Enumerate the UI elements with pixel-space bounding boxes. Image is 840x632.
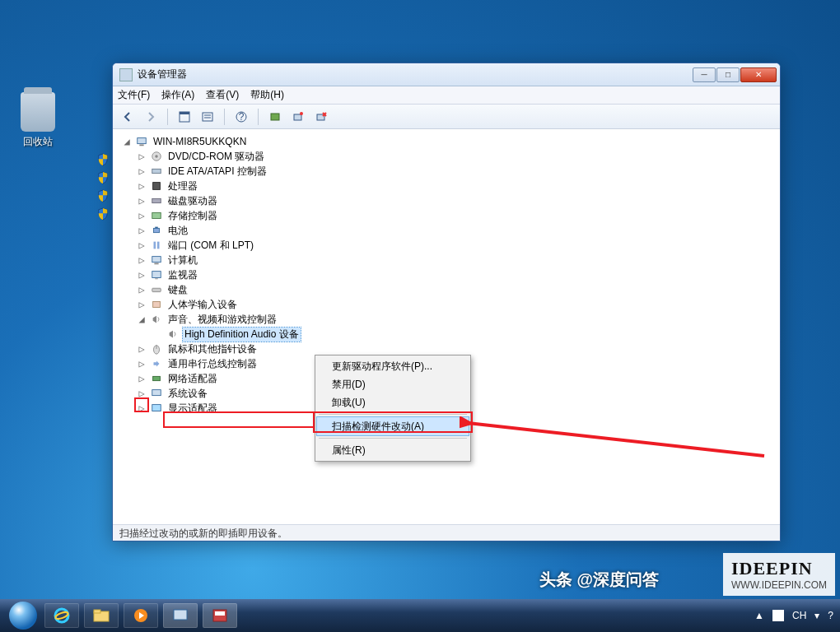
ime-help-icon[interactable]: ?	[828, 610, 833, 621]
ctx-update-driver[interactable]: 更新驱动程序软件(P)...	[317, 357, 469, 375]
titlebar[interactable]: 设备管理器 ─ □ ✕	[113, 63, 780, 86]
taskbar-app2[interactable]	[203, 603, 237, 628]
tb-help-icon[interactable]: ?	[231, 107, 251, 127]
ctx-properties[interactable]: 属性(R)	[317, 441, 469, 459]
expand-icon[interactable]: ▷	[137, 254, 147, 266]
tree-category[interactable]: ▷电池	[114, 223, 779, 238]
svg-rect-25	[152, 257, 161, 263]
category-icon	[150, 224, 163, 237]
ctx-uninstall[interactable]: 卸载(U)	[317, 393, 469, 411]
tree-root[interactable]: ◢ WIN-MI8R5UKKQKN	[114, 134, 779, 149]
close-button[interactable]: ✕	[740, 67, 777, 82]
tree-category[interactable]: ▷存储控制器	[114, 208, 779, 223]
menu-file[interactable]: 文件(F)	[118, 88, 150, 102]
svg-point-16	[155, 155, 158, 158]
ime-options-icon[interactable]: ▾	[814, 610, 819, 621]
svg-line-37	[468, 423, 764, 456]
expand-icon[interactable]: ▷	[137, 151, 147, 162]
expand-icon[interactable]: ▷	[137, 165, 147, 177]
expand-icon[interactable]: ▷	[137, 358, 147, 369]
context-menu: 更新驱动程序软件(P)... 禁用(D) 卸载(U) 扫描检测硬件改动(A) 属…	[315, 355, 471, 462]
taskbar-explorer[interactable]	[84, 603, 119, 628]
tray-up-icon[interactable]: ▲	[754, 610, 764, 621]
back-button[interactable]	[118, 107, 138, 127]
expand-icon[interactable]: ▷	[137, 343, 147, 355]
category-label: 鼠标和其他指针设备	[166, 342, 259, 356]
category-icon	[150, 372, 163, 385]
category-label: 处理器	[166, 179, 199, 193]
svg-rect-23	[154, 242, 156, 249]
ime-indicator[interactable]: CH	[792, 610, 806, 621]
tb-icon-2[interactable]	[198, 107, 217, 127]
tree-category[interactable]: ▷磁盘驱动器	[114, 193, 779, 208]
category-label: 网络适配器	[166, 372, 219, 386]
forward-button[interactable]	[141, 107, 161, 127]
category-label: 监视器	[166, 268, 199, 282]
tree-category[interactable]: ▷端口 (COM 和 LPT)	[114, 238, 779, 253]
windows-orb-icon	[9, 602, 37, 630]
expand-icon[interactable]: ▷	[137, 210, 147, 221]
menu-help[interactable]: 帮助(H)	[250, 88, 284, 102]
tree-category[interactable]: ▷DVD/CD-ROM 驱动器	[114, 149, 779, 164]
tb-scan-icon[interactable]	[288, 107, 308, 127]
recycle-bin[interactable]: 回收站	[15, 92, 61, 149]
expand-icon[interactable]: ▷	[137, 299, 147, 310]
svg-rect-8	[294, 114, 301, 120]
taskbar-wmp[interactable]	[124, 603, 158, 628]
svg-rect-22	[155, 227, 158, 229]
taskbar-devmgr[interactable]	[163, 603, 198, 628]
collapse-icon[interactable]: ◢	[122, 136, 132, 147]
expand-icon[interactable]: ▷	[137, 195, 147, 207]
minimize-button[interactable]: ─	[693, 67, 716, 82]
expand-icon[interactable]: ◢	[137, 314, 147, 325]
taskbar: ▲ CH ▾ ?	[0, 599, 840, 632]
tree-device-selected[interactable]: High Definition Audio 设备	[114, 327, 779, 342]
watermark-tag: 头条 @深度问答	[539, 569, 659, 591]
tb-update-icon[interactable]	[265, 107, 285, 127]
expand-icon[interactable]: ▷	[137, 225, 147, 236]
window-icon	[119, 68, 133, 81]
category-label: IDE ATA/ATAPI 控制器	[166, 165, 268, 179]
tree-category[interactable]: ▷IDE ATA/ATAPI 控制器	[114, 164, 779, 179]
category-label: 声音、视频和游戏控制器	[166, 313, 278, 327]
menu-view[interactable]: 查看(V)	[206, 88, 239, 102]
action-center-icon[interactable]	[772, 610, 784, 621]
maximize-button[interactable]: □	[716, 67, 740, 82]
start-button[interactable]	[7, 599, 40, 632]
expand-icon[interactable]: ▷	[137, 269, 147, 281]
expand-icon[interactable]: ▷	[137, 284, 147, 295]
category-icon	[150, 239, 163, 252]
tree-category[interactable]: ▷监视器	[114, 267, 779, 282]
watermark-sub: WWW.IDEEPIN.COM	[731, 579, 827, 591]
svg-rect-21	[154, 228, 160, 232]
watermark: IDEEPIN WWW.IDEEPIN.COM	[723, 553, 835, 596]
svg-rect-29	[152, 288, 161, 291]
expand-icon[interactable]: ▷	[137, 373, 147, 384]
tree-category[interactable]: ▷计算机	[114, 253, 779, 267]
menu-action[interactable]: 操作(A)	[161, 88, 194, 102]
category-icon	[150, 253, 163, 267]
expand-icon[interactable]: ▷	[137, 180, 147, 192]
category-label: 存储控制器	[166, 209, 219, 223]
tb-icon-1[interactable]	[175, 107, 194, 127]
svg-rect-44	[174, 610, 187, 620]
category-icon	[150, 165, 163, 178]
taskbar-ie[interactable]	[44, 603, 79, 628]
category-icon	[150, 194, 163, 207]
ctx-disable[interactable]: 禁用(D)	[317, 375, 469, 393]
tree-category[interactable]: ▷处理器	[114, 179, 779, 193]
tree-category[interactable]: ▷人体学输入设备	[114, 297, 779, 312]
watermark-brand: IDEEPIN	[731, 558, 827, 579]
system-tray[interactable]: ▲ CH ▾ ?	[754, 610, 833, 621]
device-label: High Definition Audio 设备	[183, 328, 301, 342]
red-arrow	[460, 416, 772, 466]
tb-uninstall-icon[interactable]	[311, 107, 331, 127]
svg-rect-19	[152, 198, 161, 202]
tree-category[interactable]: ▷键盘	[114, 282, 779, 297]
expand-icon[interactable]: ▷	[137, 239, 147, 251]
svg-rect-14	[139, 145, 143, 146]
highlight-expand-box	[134, 397, 149, 412]
tree-category[interactable]: ◢声音、视频和游戏控制器	[114, 312, 779, 327]
recycle-bin-label: 回收站	[15, 135, 61, 149]
svg-rect-33	[153, 376, 161, 380]
